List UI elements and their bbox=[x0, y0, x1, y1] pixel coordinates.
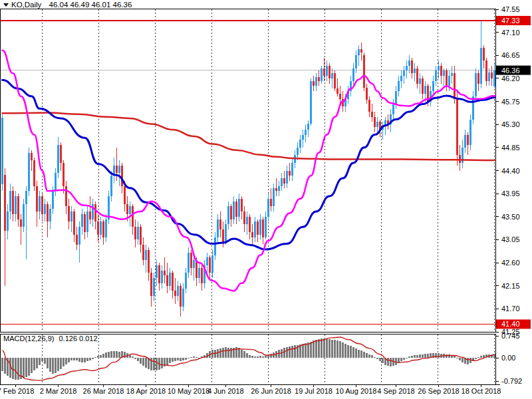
macd-histogram-bar bbox=[193, 356, 195, 358]
macd-histogram-bar bbox=[371, 355, 373, 358]
candle-body-down bbox=[477, 73, 479, 83]
macd-histogram-bar bbox=[329, 339, 331, 358]
candle-body-up bbox=[214, 237, 216, 255]
candle-body-up bbox=[7, 211, 9, 231]
macd-histogram-bar bbox=[289, 346, 291, 358]
macd-histogram-bar bbox=[278, 350, 280, 358]
candle-body-down bbox=[251, 232, 253, 237]
candle-body-up bbox=[265, 217, 267, 237]
candle-body-down bbox=[342, 99, 344, 107]
price-tick-label: 41.70 bbox=[501, 305, 520, 313]
candle-body-down bbox=[132, 206, 134, 227]
time-scale[interactable]: 7 Feb 20182 Mar 201826 Mar 201818 Apr 20… bbox=[0, 385, 501, 395]
macd-histogram-bar bbox=[400, 358, 402, 361]
candle-body-down bbox=[222, 229, 224, 242]
macd-histogram-bar bbox=[422, 354, 424, 358]
macd-histogram-bar bbox=[323, 338, 325, 358]
candle-body-up bbox=[198, 268, 200, 278]
candle-body-down bbox=[20, 219, 22, 227]
macd-histogram-bar bbox=[118, 352, 120, 358]
candle-body-down bbox=[209, 257, 211, 273]
candle-body-up bbox=[25, 191, 27, 203]
candle-body-down bbox=[241, 199, 243, 211]
macd-histogram-bar bbox=[283, 348, 285, 358]
macd-histogram-bar bbox=[462, 358, 464, 362]
date-label: 18 Apr 2018 bbox=[126, 387, 166, 395]
candle-body-down bbox=[411, 61, 413, 73]
macd-histogram-bar bbox=[219, 348, 221, 358]
macd-histogram-bar bbox=[150, 358, 152, 370]
macd-histogram-bar bbox=[65, 358, 67, 364]
candle-body-down bbox=[140, 227, 142, 245]
candle-body-down bbox=[31, 153, 33, 160]
candle-body-up bbox=[156, 265, 158, 278]
macd-histogram-bar bbox=[182, 358, 184, 360]
candle-body-up bbox=[475, 73, 477, 96]
macd-histogram-bar bbox=[68, 358, 70, 362]
macd-histogram-bar bbox=[185, 358, 187, 360]
candle-body-down bbox=[174, 291, 176, 296]
candle-body-down bbox=[249, 217, 251, 232]
macd-histogram-bar bbox=[145, 358, 147, 368]
candle-body-down bbox=[374, 117, 376, 127]
candle-body-up bbox=[414, 68, 416, 74]
candle-body-down bbox=[63, 163, 65, 186]
macd-histogram-bar bbox=[39, 358, 41, 365]
candle-body-down bbox=[313, 81, 315, 86]
candle-body-up bbox=[376, 122, 378, 127]
macd-tick-label: 0.00 bbox=[501, 354, 515, 362]
candle-body-down bbox=[124, 186, 126, 204]
candle-body-up bbox=[28, 153, 30, 191]
macd-histogram-bar bbox=[368, 354, 370, 358]
macd-indicator-label: MACD(12,26,9) 0.126 0.012 bbox=[3, 334, 98, 342]
candle-body-down bbox=[94, 204, 96, 222]
macd-histogram-bar bbox=[270, 354, 272, 358]
macd-histogram-bar bbox=[161, 358, 163, 368]
candle-body-up bbox=[105, 219, 107, 237]
date-label: 4 Sep 2018 bbox=[377, 387, 414, 395]
candle-body-up bbox=[408, 61, 410, 66]
macd-histogram-bar bbox=[70, 358, 72, 360]
candle-body-up bbox=[169, 273, 171, 285]
macd-histogram-bar bbox=[406, 358, 408, 358]
macd-histogram-bar bbox=[321, 338, 323, 358]
candle-body-down bbox=[440, 66, 442, 76]
candle-body-down bbox=[68, 206, 70, 221]
candle-body-up bbox=[177, 286, 179, 296]
price-tick-label: 45.30 bbox=[501, 120, 520, 128]
macd-histogram-bar bbox=[387, 358, 389, 366]
macd-histogram-bar bbox=[403, 358, 405, 360]
candle-body-down bbox=[485, 61, 487, 81]
macd-histogram-bar bbox=[294, 345, 296, 358]
macd-values: 0.126 0.012 bbox=[59, 334, 97, 342]
candle-body-down bbox=[422, 78, 424, 94]
date-label: 19 Jul 2018 bbox=[295, 387, 332, 395]
macd-histogram-bar bbox=[12, 358, 14, 379]
candle-body-up bbox=[331, 73, 333, 78]
price-tick-label: 47.55 bbox=[501, 5, 520, 13]
candle-body-down bbox=[47, 204, 49, 222]
macd-histogram-bar bbox=[358, 350, 360, 358]
macd-histogram-bar bbox=[342, 342, 344, 358]
candle-body-down bbox=[12, 191, 14, 214]
macd-name: MACD(12,26,9) bbox=[3, 334, 54, 342]
candle-body-down bbox=[368, 100, 370, 112]
date-label: 10 May 2018 bbox=[168, 387, 210, 395]
candle-body-down bbox=[363, 55, 365, 87]
macd-histogram-bar bbox=[44, 358, 46, 364]
macd-histogram-bar bbox=[446, 354, 448, 358]
candle-body-up bbox=[438, 66, 440, 71]
macd-histogram-bar bbox=[315, 340, 317, 358]
price-chart-canvas[interactable]: 47.5547.1046.6546.2045.7545.3044.8544.40… bbox=[0, 0, 532, 399]
macd-histogram-bar bbox=[36, 358, 38, 368]
price-tick-label: 46.20 bbox=[501, 74, 520, 82]
candle-body-down bbox=[148, 250, 150, 273]
candle-body-down bbox=[17, 196, 19, 219]
candle-body-up bbox=[193, 260, 195, 268]
macd-histogram-bar bbox=[63, 358, 65, 366]
macd-histogram-bar bbox=[78, 358, 80, 362]
candle-body-up bbox=[267, 199, 269, 217]
candle-body-down bbox=[33, 160, 35, 186]
candle-body-up bbox=[291, 163, 293, 176]
macd-histogram-bar bbox=[318, 339, 320, 358]
